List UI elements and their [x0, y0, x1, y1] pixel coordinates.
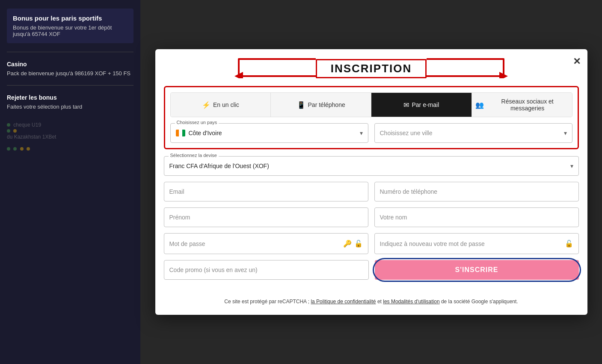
sidebar-sports-bonus: Bonus pour les paris sportifs Bonus de b…: [7, 9, 133, 43]
registration-method-section: ⚡ En un clic 📱 Par téléphone ✉ Par e-mai…: [164, 86, 579, 149]
sidebar-divider-2: [7, 85, 133, 86]
email-field[interactable]: Email: [164, 182, 368, 201]
prenom-placeholder: Prénom: [169, 214, 190, 221]
devise-chevron-icon: ▾: [570, 163, 573, 169]
green-dot-icon: [7, 123, 10, 127]
email-placeholder: Email: [169, 188, 184, 195]
green-dot-icon-3: [7, 147, 10, 151]
footer-text: Ce site est protégé par reCAPTCHA ;: [224, 299, 311, 305]
yellow-dot-icon-3: [27, 147, 30, 151]
city-chevron-icon: ▾: [564, 130, 567, 136]
sidebar-blurred-content: cheque U19 du Kazakhstan 1XBet: [7, 122, 133, 152]
main-area: INSCRIPTION ✕ ⚡ En un clic: [140, 0, 602, 364]
country-select-inner[interactable]: Côte d'Ivoire ▾: [176, 124, 363, 142]
bolt-icon: ⚡: [202, 101, 211, 109]
prenom-field[interactable]: Prénom: [164, 207, 368, 227]
left-arrow-svg: [230, 57, 316, 78]
close-button[interactable]: ✕: [573, 56, 581, 67]
country-chevron-icon: ▾: [360, 130, 363, 136]
ivory-coast-flag: [176, 130, 185, 136]
inscription-graphic: INSCRIPTION: [230, 57, 513, 78]
submit-button[interactable]: S'INSCRIRE: [375, 260, 579, 280]
title-center: INSCRIPTION: [316, 59, 427, 78]
name-row: Prénom Votre nom: [164, 207, 579, 227]
sports-bonus-title: Bonus pour les paris sportifs: [13, 15, 128, 22]
devise-label: Sélectionnez la devise: [169, 153, 219, 158]
city-select[interactable]: Choisissez une ville ▾: [374, 123, 572, 143]
sports-bonus-desc: Bonus de bienvenue sur votre 1er dépôt j…: [13, 24, 128, 37]
devise-inner[interactable]: Franc CFA d'Afrique de l'Ouest (XOF) ▾: [169, 157, 573, 175]
tab-par-telephone[interactable]: 📱 Par téléphone: [271, 93, 371, 117]
devise-select[interactable]: Sélectionnez la devise Franc CFA d'Afriq…: [164, 156, 579, 176]
password-icons: 🔑 🔓: [343, 240, 363, 248]
password-confirm-icons: 🔓: [565, 240, 573, 248]
key-icon: 🔑: [343, 240, 352, 248]
promo-submit-row: Code promo (si vous en avez un) S'INSCRI…: [164, 260, 579, 280]
email-phone-row: Email Numéro de téléphone: [164, 182, 579, 201]
password-field[interactable]: Mot de passe 🔑 🔓: [164, 233, 368, 254]
password-confirm-placeholder: Indiquez à nouveau votre mot de passe: [380, 240, 485, 247]
modal-header: INSCRIPTION ✕: [155, 49, 587, 79]
nom-field[interactable]: Votre nom: [374, 207, 579, 227]
casino-desc: Pack de bienvenue jusqu'à 986169 XOF + 1…: [7, 70, 133, 77]
terms-link[interactable]: les Modalités d'utilisation: [383, 299, 439, 305]
password-row: Mot de passe 🔑 🔓 Indiquez à nouveau votr…: [164, 233, 579, 254]
right-arrow-svg: [427, 57, 512, 78]
password-confirm-field[interactable]: Indiquez à nouveau votre mot de passe 🔓: [374, 233, 579, 254]
sidebar: Bonus pour les paris sportifs Bonus de b…: [0, 0, 140, 364]
privacy-policy-link[interactable]: la Politique de confidentialité: [311, 299, 376, 305]
reject-desc: Faites votre sélection plus tard: [7, 104, 133, 110]
tab-en-un-clic-label: En un clic: [213, 101, 239, 108]
phone-placeholder: Numéro de téléphone: [380, 188, 438, 195]
casino-title: Casino: [7, 61, 133, 68]
tab-par-telephone-label: Par téléphone: [308, 101, 345, 108]
green-dot-icon-4: [13, 147, 17, 151]
sidebar-divider-1: [7, 52, 133, 52]
country-value: Côte d'Ivoire: [189, 130, 222, 136]
city-select-inner[interactable]: Choisissez une ville ▾: [380, 124, 567, 142]
sidebar-casino: Casino Pack de bienvenue jusqu'à 986169 …: [7, 61, 133, 77]
password-placeholder: Mot de passe: [169, 240, 205, 247]
promo-field[interactable]: Code promo (si vous en avez un): [164, 260, 369, 280]
footer-suffix: de la société Google s'appliquent.: [441, 299, 518, 305]
devise-value: Franc CFA d'Afrique de l'Ouest (XOF): [169, 163, 269, 169]
phone-icon: 📱: [297, 101, 305, 109]
promo-placeholder: Code promo (si vous en avez un): [169, 266, 258, 273]
email-icon: ✉: [403, 101, 409, 109]
registration-tabs: ⚡ En un clic 📱 Par téléphone ✉ Par e-mai…: [170, 92, 572, 117]
reject-title: Rejeter les bonus: [7, 94, 133, 101]
country-city-row: Choisissez un pays Côte d'Ivoire ▾ Chois…: [170, 123, 572, 143]
social-icon: 👥: [475, 101, 484, 109]
green-dot-icon-2: [7, 129, 10, 133]
tab-reseaux-sociaux[interactable]: 👥 Réseaux sociaux et messageries: [472, 93, 572, 117]
footer-and: et: [377, 299, 383, 305]
tab-en-un-clic[interactable]: ⚡ En un clic: [171, 93, 271, 117]
tab-reseaux-label: Réseaux sociaux et messageries: [486, 98, 569, 112]
yellow-dot-icon-2: [20, 147, 24, 151]
country-label: Choisissez un pays: [175, 120, 219, 125]
tab-par-email-label: Par e-mail: [412, 101, 439, 108]
eye-off-icon-2[interactable]: 🔓: [565, 240, 573, 248]
yellow-dot-icon: [13, 129, 17, 133]
country-select[interactable]: Choisissez un pays Côte d'Ivoire ▾: [170, 123, 368, 143]
country-select-left: Côte d'Ivoire: [176, 130, 222, 136]
tab-par-email[interactable]: ✉ Par e-mail: [371, 93, 472, 117]
sidebar-reject: Rejeter les bonus Faites votre sélection…: [7, 94, 133, 110]
phone-field[interactable]: Numéro de téléphone: [374, 182, 579, 201]
nom-placeholder: Votre nom: [380, 214, 407, 221]
inscription-title: INSCRIPTION: [316, 59, 427, 78]
city-placeholder: Choisissez une ville: [380, 130, 433, 136]
modal-body: ⚡ En un clic 📱 Par téléphone ✉ Par e-mai…: [155, 79, 587, 294]
eye-off-icon[interactable]: 🔓: [354, 240, 363, 248]
inscription-modal: INSCRIPTION ✕ ⚡ En un clic: [155, 49, 587, 314]
modal-footer: Ce site est protégé par reCAPTCHA ; la P…: [155, 294, 587, 314]
